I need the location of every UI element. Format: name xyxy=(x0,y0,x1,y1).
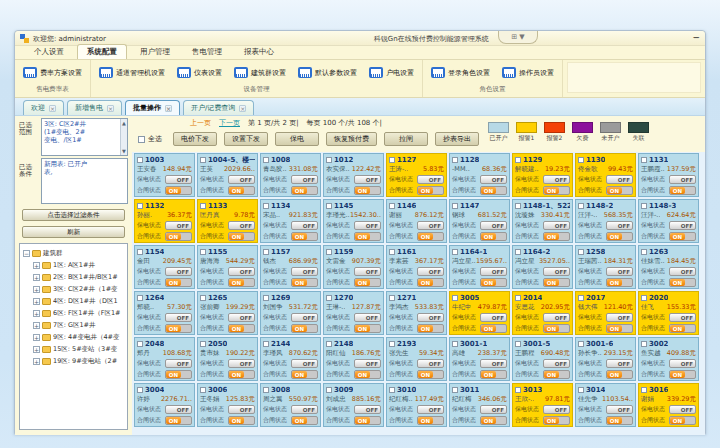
tab-新增售电[interactable]: 新增售电× xyxy=(67,100,122,115)
switch-toggle[interactable]: ON xyxy=(543,186,570,195)
room-checkbox[interactable] xyxy=(452,157,458,163)
switch-toggle[interactable]: ON xyxy=(291,324,318,333)
switch-toggle[interactable]: ON xyxy=(417,416,444,425)
room-card[interactable]: 1147钢球681.52元保电状态OFF合闸状态ON xyxy=(449,199,510,243)
power-keep-toggle[interactable]: OFF xyxy=(669,405,696,414)
room-checkbox[interactable] xyxy=(641,341,647,347)
room-checkbox[interactable] xyxy=(452,387,458,393)
room-card[interactable]: 3009刘成忠885.16元保电状态OFF合闸状态ON xyxy=(323,383,384,427)
room-card[interactable]: 3014佳先争1103.54..保电状态OFF合闸状态ON xyxy=(575,383,636,427)
room-checkbox[interactable] xyxy=(200,387,206,393)
menu-item-售电管理[interactable]: 售电管理 xyxy=(183,45,231,59)
action-button-设置下发[interactable]: 设置下发 xyxy=(224,132,268,146)
room-card[interactable]: 1271李鸿杰533.83元保电状态OFF合闸状态ON xyxy=(386,291,447,335)
room-checkbox[interactable] xyxy=(452,203,458,209)
power-keep-toggle[interactable]: OFF xyxy=(606,359,633,368)
power-keep-toggle[interactable]: OFF xyxy=(354,405,381,414)
room-card[interactable]: 3001-6孙长争..293.15元保电状态OFF合闸状态ON xyxy=(575,337,636,381)
room-card[interactable]: 1164-1冯立星..1595.67..保电状态OFF合闸状态ON xyxy=(449,245,510,289)
select-all-checkbox[interactable] xyxy=(138,136,145,143)
switch-toggle[interactable]: ON xyxy=(291,186,318,195)
power-keep-toggle[interactable]: OFF xyxy=(354,221,381,230)
switch-toggle[interactable]: ON xyxy=(669,416,696,425)
ribbon-button-通道管理机设置[interactable]: 通道管理机设置 xyxy=(99,67,165,78)
room-card[interactable]: 3005牛纪中479.87元保电状态OFF合闸状态ON xyxy=(449,291,510,335)
room-checkbox[interactable] xyxy=(578,341,584,347)
expand-icon[interactable]: + xyxy=(33,262,40,269)
switch-toggle[interactable]: ON xyxy=(480,416,507,425)
power-keep-toggle[interactable]: OFF xyxy=(354,267,381,276)
power-keep-toggle[interactable]: OFF xyxy=(669,175,696,184)
ribbon-button-操作员设置[interactable]: 操作员设置 xyxy=(502,67,554,78)
switch-toggle[interactable]: ON xyxy=(228,232,255,241)
switch-toggle[interactable]: ON xyxy=(417,370,444,379)
room-checkbox[interactable] xyxy=(389,249,395,255)
room-checkbox[interactable] xyxy=(326,203,332,209)
room-checkbox[interactable] xyxy=(200,203,206,209)
tab-close-icon[interactable]: × xyxy=(239,105,246,112)
room-card[interactable]: 1258王瑞茜..184.31元保电状态OFF合闸状态ON xyxy=(575,245,636,289)
room-card[interactable]: 1134宋品..921.83元保电状态OFF合闸状态ON xyxy=(260,199,321,243)
switch-toggle[interactable]: ON xyxy=(165,370,192,379)
switch-toggle[interactable]: ON xyxy=(606,370,633,379)
switch-toggle[interactable]: ON xyxy=(165,416,192,425)
tree-item[interactable]: +9区: 4#变电井（4#变 xyxy=(33,331,127,343)
room-checkbox[interactable] xyxy=(641,249,647,255)
power-keep-toggle[interactable]: OFF xyxy=(165,313,192,322)
ribbon-button-默认参数设置[interactable]: 默认参数设置 xyxy=(298,67,357,78)
power-keep-toggle[interactable]: OFF xyxy=(669,221,696,230)
room-checkbox[interactable] xyxy=(389,203,395,209)
switch-toggle[interactable]: ON xyxy=(669,370,696,379)
power-keep-toggle[interactable]: OFF xyxy=(543,175,570,184)
room-card[interactable]: 2017钱大伟121.40元保电状态OFF合闸状态ON xyxy=(575,291,636,335)
room-card[interactable]: 3013王欣-..97.81元保电状态OFF合闸状态ON xyxy=(512,383,573,427)
switch-toggle[interactable]: ON xyxy=(228,416,255,425)
select-all[interactable]: 全选 xyxy=(138,134,162,144)
action-button-电价下发[interactable]: 电价下发 xyxy=(173,132,217,146)
switch-toggle[interactable]: ON xyxy=(606,186,633,195)
room-checkbox[interactable] xyxy=(137,249,143,255)
selected-condition-listbox[interactable]: 新用表: 已开户表, xyxy=(41,158,128,204)
room-card[interactable]: 1148-1、522沈璇姝330.41元保电状态OFF合闸状态ON xyxy=(512,199,573,243)
switch-toggle[interactable]: ON xyxy=(228,186,255,195)
ribbon-button-建筑群设置[interactable]: 建筑群设置 xyxy=(234,67,286,78)
room-checkbox[interactable] xyxy=(389,295,395,301)
expand-icon[interactable]: + xyxy=(33,274,40,281)
room-card[interactable]: 1012衣实保..122.42元保电状态OFF合闸状态ON xyxy=(323,153,384,197)
switch-toggle[interactable]: ON xyxy=(669,232,696,241)
room-card[interactable]: 1008青岛胶..331.08元保电状态OFF合闸状态ON xyxy=(260,153,321,197)
room-card[interactable]: 3001-5王鹏程690.48元保电状态OFF合闸状态ON xyxy=(512,337,573,381)
room-card[interactable]: 3016谢娟339.29元保电状态OFF合闸状态ON xyxy=(638,383,699,427)
power-keep-toggle[interactable]: OFF xyxy=(669,267,696,276)
tab-批量操作[interactable]: 批量操作× xyxy=(125,100,180,115)
tab-欢迎[interactable]: 欢迎× xyxy=(23,100,64,115)
room-card[interactable]: 1269刘国争531.72元保电状态OFF合闸状态ON xyxy=(260,291,321,335)
switch-toggle[interactable]: ON xyxy=(354,232,381,241)
room-checkbox[interactable] xyxy=(641,387,647,393)
room-checkbox[interactable] xyxy=(641,295,647,301)
room-checkbox[interactable] xyxy=(263,341,269,347)
room-card[interactable]: 1004-5、楼一王英2029.66..保电状态OFF合闸状态ON xyxy=(197,153,258,197)
room-checkbox[interactable] xyxy=(578,203,584,209)
room-checkbox[interactable] xyxy=(515,157,521,163)
power-keep-toggle[interactable]: OFF xyxy=(543,313,570,322)
expand-icon[interactable]: + xyxy=(33,358,40,365)
expand-icon[interactable]: + xyxy=(33,334,40,341)
room-card[interactable]: 1265张前卿199.29元保电状态OFF合闸状态ON xyxy=(197,291,258,335)
minimize-button[interactable]: ─ xyxy=(694,32,699,44)
room-card[interactable]: 1146谢丽876.12元保电状态OFF合闸状态ON xyxy=(386,199,447,243)
tree-root[interactable]: −建筑群 xyxy=(23,247,127,259)
switch-toggle[interactable]: ON xyxy=(228,324,255,333)
power-keep-toggle[interactable]: OFF xyxy=(291,359,318,368)
room-checkbox[interactable] xyxy=(515,387,521,393)
power-keep-toggle[interactable]: OFF xyxy=(165,405,192,414)
room-checkbox[interactable] xyxy=(641,203,647,209)
power-keep-toggle[interactable]: OFF xyxy=(606,267,633,276)
room-checkbox[interactable] xyxy=(263,387,269,393)
room-card[interactable]: 1148-2汪洋-..568.35元保电状态OFF合闸状态ON xyxy=(575,199,636,243)
refresh-button[interactable]: 刷新 xyxy=(22,226,125,238)
room-card[interactable]: 1263佳妹雪..184.45元保电状态OFF合闸状态ON xyxy=(638,245,699,289)
expand-icon[interactable]: + xyxy=(33,286,40,293)
power-keep-toggle[interactable]: OFF xyxy=(291,313,318,322)
action-button-恢复预付费[interactable]: 恢复预付费 xyxy=(326,132,377,146)
